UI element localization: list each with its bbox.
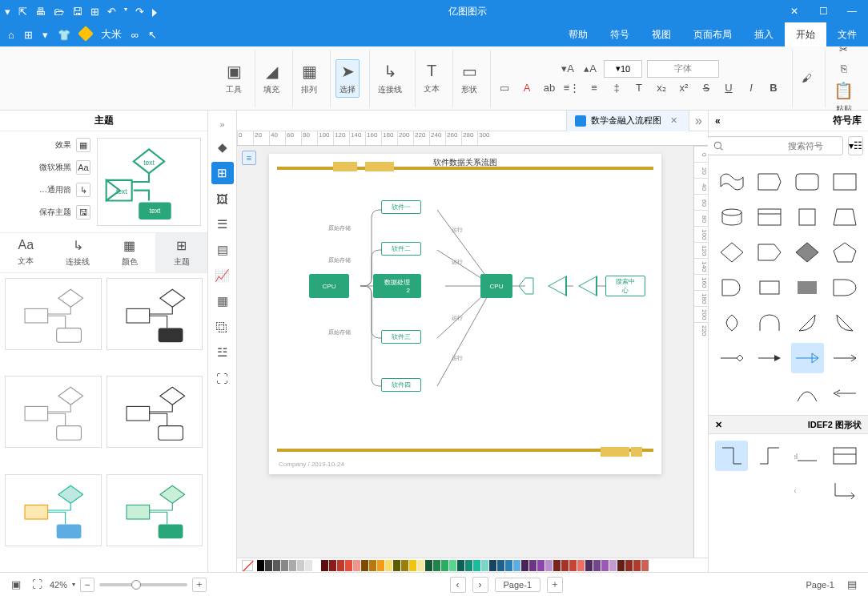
color-swatch[interactable] — [321, 560, 328, 571]
font-color-button[interactable]: A — [518, 79, 536, 97]
document-tab[interactable]: ✕ 数学金融入流程图 — [566, 111, 689, 131]
color-swatch[interactable] — [289, 560, 296, 571]
fill-button[interactable]: ◢填充 — [260, 60, 283, 97]
color-swatch[interactable] — [545, 560, 553, 571]
qat-redo-icon[interactable]: ↷ — [135, 6, 144, 18]
shape-arc[interactable] — [791, 378, 824, 409]
shape-arch[interactable] — [753, 308, 786, 338]
page-prev-button[interactable]: ‹ — [472, 577, 488, 593]
color-swatch[interactable] — [433, 560, 440, 571]
color-swatch[interactable] — [409, 560, 416, 571]
color-swatch[interactable] — [601, 560, 609, 571]
qat-save-icon[interactable]: 🖫 — [72, 6, 82, 18]
diagram-page[interactable]: 软件数据关系流图 Company / 2019-10-24 — [269, 154, 661, 474]
zoom-in-button[interactable]: ＋ — [192, 578, 207, 592]
shape-diamond[interactable] — [715, 237, 748, 268]
color-swatch[interactable] — [457, 560, 464, 571]
idef-entity[interactable] — [829, 441, 862, 471]
style-button[interactable]: ▭形状 — [458, 60, 480, 97]
tab-help[interactable]: 帮助 — [557, 22, 599, 46]
color-swatch[interactable] — [353, 560, 360, 571]
color-swatch[interactable] — [489, 560, 496, 571]
shapes-section2-close[interactable]: ✕ — [715, 420, 722, 430]
color-swatch[interactable] — [345, 560, 352, 571]
font-name-select[interactable]: 字体 — [647, 60, 719, 78]
color-swatch[interactable] — [513, 560, 520, 571]
node-s4[interactable]: 软件四 — [381, 378, 421, 392]
tab-insert[interactable]: 插入 — [743, 22, 785, 46]
idef-curve[interactable] — [753, 441, 786, 471]
toolstrip-collapse[interactable]: « — [208, 115, 236, 133]
shape-and[interactable] — [715, 272, 748, 303]
color-swatch[interactable] — [585, 560, 593, 571]
quick-share-icon[interactable]: ∞ — [131, 29, 139, 41]
tool-shapes[interactable]: ⊞ — [211, 162, 234, 184]
color-swatch[interactable] — [369, 560, 376, 571]
quick-home-icon[interactable]: ⌂ — [8, 29, 14, 41]
select-tool-button[interactable]: ➤选择 — [336, 59, 360, 98]
spacing-button[interactable]: ‡ — [608, 79, 625, 97]
qat-export-icon[interactable]: ⇱ — [18, 6, 27, 18]
color-swatch[interactable] — [617, 560, 625, 571]
color-swatch[interactable] — [441, 560, 448, 571]
bold-button[interactable]: B — [765, 79, 782, 97]
qat-open-icon[interactable]: 🗁 — [54, 6, 64, 18]
theme-tab-color[interactable]: ▦颜色 — [104, 233, 156, 272]
qat-dropdown[interactable]: ▾ — [5, 6, 10, 18]
shape-arrow-box[interactable] — [753, 237, 786, 268]
qat-print-icon[interactable]: 🖶 — [35, 6, 46, 18]
tool-image[interactable]: 🖼 — [211, 187, 234, 210]
idef-curve2[interactable] — [715, 441, 748, 471]
color-swatch[interactable] — [465, 560, 472, 571]
list-button[interactable]: ≡ — [585, 79, 603, 97]
color-swatch[interactable] — [265, 560, 272, 571]
color-swatch[interactable] — [625, 560, 633, 571]
shape-rounded[interactable] — [791, 167, 824, 197]
bullet-button[interactable]: ⋮≡ — [563, 79, 581, 97]
tab-layout[interactable]: 页面布局 — [682, 22, 743, 46]
node-proc-cpu[interactable]: CPU — [309, 274, 349, 298]
quick-username[interactable]: 大米 — [101, 27, 122, 42]
qat-undo-drop[interactable]: ▾ — [124, 6, 127, 18]
theme-opt-save[interactable]: 🖫保存主题 — [6, 205, 90, 219]
shape-box[interactable] — [753, 202, 786, 232]
color-swatch[interactable] — [281, 560, 288, 571]
shape-line-arrow-open[interactable] — [791, 343, 824, 373]
strike-button[interactable]: S̶ — [697, 79, 715, 97]
shape-cylinder[interactable] — [715, 202, 748, 232]
tab-start[interactable]: 开始 — [785, 22, 826, 46]
color-swatch[interactable] — [561, 560, 569, 571]
node-processor[interactable]: 数据处理 2 — [373, 274, 421, 298]
view-fit-icon[interactable]: ▣ — [8, 577, 24, 593]
color-swatch[interactable] — [537, 560, 545, 571]
theme-tab-text[interactable]: Aa文本 — [0, 233, 52, 272]
zoom-dropdown[interactable]: ▾ — [72, 581, 75, 588]
qat-undo-icon[interactable]: ↶ — [107, 6, 116, 18]
color-swatch[interactable] — [425, 560, 432, 571]
view-fullscreen-icon[interactable]: ⛶ — [29, 577, 45, 593]
color-swatch[interactable] — [529, 560, 536, 571]
document-tab-close[interactable]: ✕ — [666, 115, 681, 126]
color-swatch[interactable] — [313, 560, 320, 571]
page-list-icon[interactable]: ▤ — [844, 577, 860, 593]
shape-curve-bl[interactable] — [829, 308, 862, 338]
color-swatch[interactable] — [361, 560, 368, 571]
shape-flag[interactable] — [753, 167, 786, 197]
shapes-lib-button[interactable]: ☷▾ — [848, 136, 863, 155]
window-close-button[interactable]: ✕ — [783, 6, 806, 17]
color-swatch[interactable] — [505, 560, 512, 571]
shape-line-arrow-r[interactable] — [829, 343, 862, 373]
align-button[interactable]: ▦排列 — [298, 60, 320, 97]
idef-text[interactable]: TextBlock — [791, 476, 824, 506]
theme-opt-arrow[interactable]: ↳通用箭… — [6, 183, 90, 197]
tool-fullscreen[interactable]: ⛶ — [211, 367, 234, 389]
shape-leaf[interactable] — [715, 308, 748, 338]
color-swatch[interactable] — [417, 560, 424, 571]
color-swatch[interactable] — [593, 560, 601, 571]
quick-shirt-icon[interactable]: 👕 — [58, 29, 70, 41]
copy-button[interactable]: ⎘ — [835, 60, 853, 78]
shape-line-arrow-fill[interactable] — [753, 343, 786, 373]
color-swatch[interactable] — [577, 560, 585, 571]
tool-table[interactable]: ▦ — [211, 290, 234, 312]
connector-button[interactable]: ↳连接线 — [375, 60, 405, 97]
